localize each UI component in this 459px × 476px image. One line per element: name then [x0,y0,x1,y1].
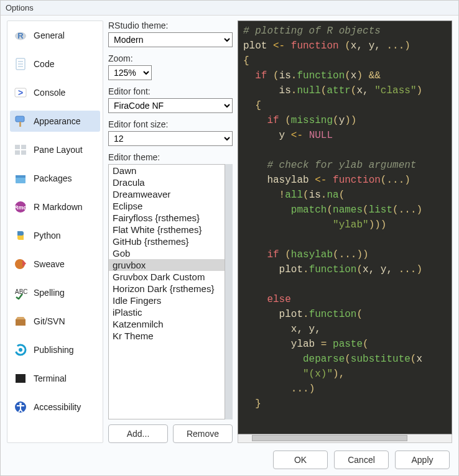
svg-point-21 [19,348,22,352]
theme-option[interactable]: GitHub {rsthemes} [109,236,225,247]
a11y-icon [14,400,27,414]
sidebar-item-label: Pane Layout [34,145,83,155]
svg-rect-11 [21,145,26,149]
box-icon [14,172,27,185]
sidebar-item-publishing[interactable]: Publishing [10,339,100,360]
rmd-icon: Rmd [14,200,27,214]
theme-option[interactable]: gruvbox [109,259,225,271]
sidebar-item-label: Appearance [34,116,81,126]
svg-text:R: R [17,31,24,40]
zoom-label: Zoom: [108,53,233,63]
sidebar-item-label: Accessibility [34,402,81,412]
sidebar-item-sweave[interactable]: Sweave [10,254,100,275]
editor-theme-label: Editor theme: [108,152,233,162]
python-icon [14,229,27,242]
sidebar-item-accessibility[interactable]: Accessibility [10,396,100,418]
theme-option[interactable]: Dreamweaver [109,188,225,200]
theme-option[interactable]: Dracula [109,176,225,188]
sidebar-item-label: Python [34,231,61,240]
theme-option[interactable]: Eclipse [109,200,225,212]
theme-option[interactable]: Horizon Dark {rsthemes} [109,283,225,295]
panes-icon [14,143,27,157]
theme-option[interactable]: Katzenmilch [109,318,225,330]
svg-text:Rmd: Rmd [14,204,27,211]
sidebar-item-console[interactable]: >Console [10,82,100,103]
sidebar-item-label: Packages [34,173,72,183]
ok-button[interactable]: OK [273,451,328,469]
svg-rect-22 [16,374,26,383]
svg-rect-9 [19,122,21,127]
theme-option[interactable]: Gruvbox Dark Custom [109,271,225,283]
console-icon: > [14,86,27,99]
svg-rect-13 [21,150,26,155]
sidebar-item-r-markdown[interactable]: RmdR Markdown [10,196,100,217]
doc-icon [14,57,27,71]
font-size-select[interactable]: 12 [108,131,233,146]
sidebar-item-label: Terminal [34,373,67,383]
svg-point-24 [19,403,22,405]
theme-option[interactable]: Idle Fingers [109,295,225,306]
preview-h-scrollbar[interactable] [238,434,452,443]
remove-theme-button[interactable]: Remove [173,424,233,443]
sweave-icon [14,257,27,271]
sidebar-item-label: Git/SVN [34,316,65,326]
sidebar-item-label: Sweave [34,259,65,269]
sidebar-item-python[interactable]: Python [10,225,100,246]
git-icon [14,314,27,328]
code-preview: # plotting of R objects plot <- function… [238,21,452,434]
theme-preview-pane: # plotting of R objects plot <- function… [238,21,452,443]
svg-rect-15 [16,175,26,178]
sidebar-item-label: R Markdown [34,202,83,212]
svg-text:>: > [18,88,23,98]
sidebar-item-code[interactable]: Code [10,53,100,75]
svg-text:ABC: ABC [15,288,27,295]
font-size-label: Editor font size: [108,119,233,129]
editor-theme-listbox[interactable]: DawnDraculaDreamweaverEclipseFairyfloss … [108,164,225,419]
theme-option[interactable]: Gob [109,247,225,259]
cancel-button[interactable]: Cancel [334,451,389,469]
svg-rect-10 [15,145,20,149]
zoom-select[interactable]: 125% [108,65,152,80]
paint-icon [14,114,27,128]
sidebar-item-packages[interactable]: Packages [10,168,100,189]
rstudio-theme-label: RStudio theme: [108,21,233,30]
sidebar-item-label: Spelling [34,288,65,298]
sidebar-item-pane-layout[interactable]: Pane Layout [10,139,100,160]
publish-icon [14,343,27,357]
spell-icon: ABC [14,286,27,300]
r-logo-icon: R [14,29,27,42]
window-title: Options [1,1,458,16]
svg-rect-8 [16,116,24,122]
sidebar-item-general[interactable]: RGeneral [10,25,100,46]
listbox-scrollbar[interactable] [225,164,233,419]
theme-option[interactable]: Kr Theme [109,330,225,342]
sidebar-item-git-svn[interactable]: Git/SVN [10,311,100,332]
sidebar-item-appearance[interactable]: Appearance [10,111,100,132]
theme-option[interactable]: Flat White {rsthemes} [109,224,225,236]
appearance-settings: RStudio theme: Modern Zoom: 125% Editor … [108,21,233,443]
svg-rect-12 [15,150,20,155]
editor-font-label: Editor font: [108,86,233,96]
sidebar-item-label: Publishing [34,345,74,355]
theme-option[interactable]: iPlastic [109,306,225,318]
sidebar-item-label: General [34,30,65,40]
add-theme-button[interactable]: Add... [108,424,168,443]
theme-option[interactable]: Fairyfloss {rsthemes} [109,212,225,224]
apply-button[interactable]: Apply [395,451,450,469]
sidebar-item-spelling[interactable]: ABCSpelling [10,282,100,303]
terminal-icon [14,372,27,385]
options-category-list: RGeneralCode>ConsoleAppearancePane Layou… [7,21,103,443]
editor-font-select[interactable]: FiraCode NF [108,98,233,113]
theme-option[interactable]: Dawn [109,165,225,176]
sidebar-item-terminal[interactable]: Terminal [10,368,100,389]
rstudio-theme-select[interactable]: Modern [108,32,233,47]
sidebar-item-label: Code [34,59,54,69]
sidebar-item-label: Console [34,88,65,98]
